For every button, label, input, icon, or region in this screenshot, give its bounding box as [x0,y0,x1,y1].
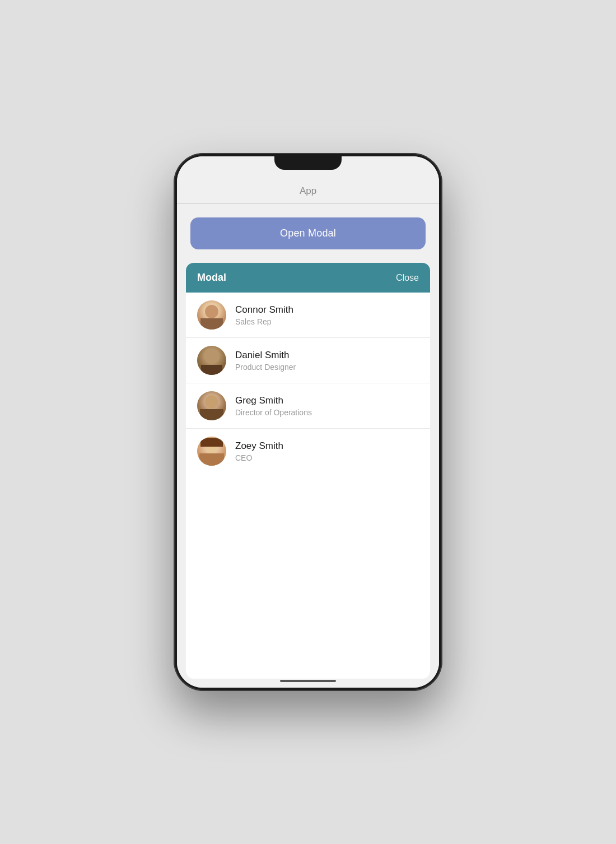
person-name: Zoey Smith [235,440,283,452]
modal-container: Modal Close Connor Smith Sales Rep [177,263,439,688]
person-role: Product Designer [235,363,296,372]
avatar [197,391,226,420]
avatar-hair [200,438,223,447]
app-title: App [300,186,316,197]
list-item[interactable]: Connor Smith Sales Rep [186,293,430,338]
person-info: Greg Smith Director of Operations [235,395,312,417]
person-info: Daniel Smith Product Designer [235,350,296,372]
person-role: Sales Rep [235,317,293,326]
button-area: Open Modal [177,204,439,263]
person-info: Zoey Smith CEO [235,440,283,462]
screen-content: App Open Modal Modal Close [177,156,439,688]
modal-header: Modal Close [186,263,430,293]
avatar [197,346,226,375]
person-name: Daniel Smith [235,350,296,361]
open-modal-button[interactable]: Open Modal [190,217,426,249]
home-indicator [280,680,336,682]
notch [274,156,342,170]
person-role: CEO [235,453,283,462]
list-item[interactable]: Zoey Smith CEO [186,429,430,474]
person-name: Connor Smith [235,304,293,316]
avatar [197,300,226,330]
modal-sheet: Modal Close Connor Smith Sales Rep [186,263,430,679]
modal-empty-space [186,474,430,518]
person-role: Director of Operations [235,408,312,417]
list-item[interactable]: Daniel Smith Product Designer [186,338,430,383]
app-title-bar: App [177,181,439,203]
list-item[interactable]: Greg Smith Director of Operations [186,383,430,429]
person-info: Connor Smith Sales Rep [235,304,293,326]
modal-title: Modal [197,272,226,284]
avatar [197,437,226,466]
person-name: Greg Smith [235,395,312,406]
modal-close-button[interactable]: Close [396,273,419,283]
phone-frame: App Open Modal Modal Close [174,153,442,691]
phone-screen: App Open Modal Modal Close [177,156,439,688]
modal-list: Connor Smith Sales Rep Daniel Smith Prod… [186,293,430,474]
